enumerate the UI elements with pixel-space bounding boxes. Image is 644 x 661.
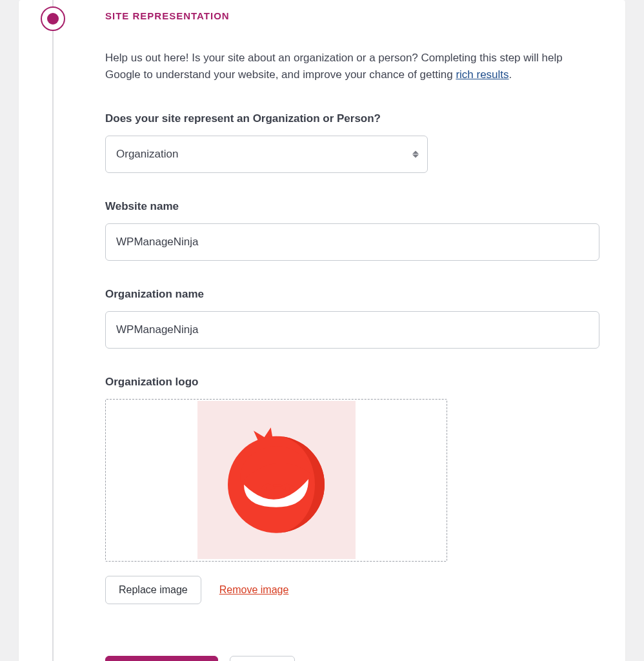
- intro-text: Help us out here! Is your site about an …: [105, 50, 599, 84]
- website-name-input[interactable]: [105, 223, 599, 261]
- replace-image-button[interactable]: Replace image: [105, 576, 201, 604]
- svg-rect-3: [273, 484, 281, 486]
- rich-results-link[interactable]: rich results: [456, 68, 508, 81]
- field-org-logo: Organization logo: [105, 376, 599, 604]
- section-title: SITE REPRESENTATION: [105, 10, 599, 21]
- svg-point-2: [285, 487, 290, 491]
- type-label: Does your site represent an Organization…: [105, 112, 599, 125]
- step-content: SITE REPRESENTATION Help us out here! Is…: [105, 0, 599, 661]
- intro-suffix: .: [509, 68, 512, 81]
- org-logo-label: Organization logo: [105, 376, 599, 389]
- logo-dropzone[interactable]: [105, 399, 447, 562]
- wizard-card: SITE REPRESENTATION Help us out here! Is…: [19, 0, 625, 661]
- step-marker: [41, 6, 65, 31]
- type-select-wrap: [105, 136, 428, 173]
- type-select[interactable]: [105, 136, 428, 173]
- save-continue-button[interactable]: Save and continue: [105, 656, 218, 661]
- org-name-label: Organization name: [105, 288, 599, 301]
- step-marker-dot-icon: [47, 13, 59, 25]
- go-back-button[interactable]: Go back: [230, 656, 296, 661]
- field-website-name: Website name: [105, 200, 599, 261]
- logo-actions: Replace image Remove image: [105, 576, 599, 604]
- website-name-label: Website name: [105, 200, 599, 213]
- org-name-input[interactable]: [105, 311, 599, 349]
- remove-image-link[interactable]: Remove image: [219, 584, 289, 596]
- logo-preview: [197, 401, 356, 559]
- ninja-logo-icon: [212, 416, 341, 545]
- field-org-name: Organization name: [105, 288, 599, 349]
- footer-actions: Save and continue Go back: [105, 656, 599, 661]
- field-type: Does your site represent an Organization…: [105, 112, 599, 173]
- step-line: [52, 0, 54, 661]
- svg-point-1: [266, 487, 270, 491]
